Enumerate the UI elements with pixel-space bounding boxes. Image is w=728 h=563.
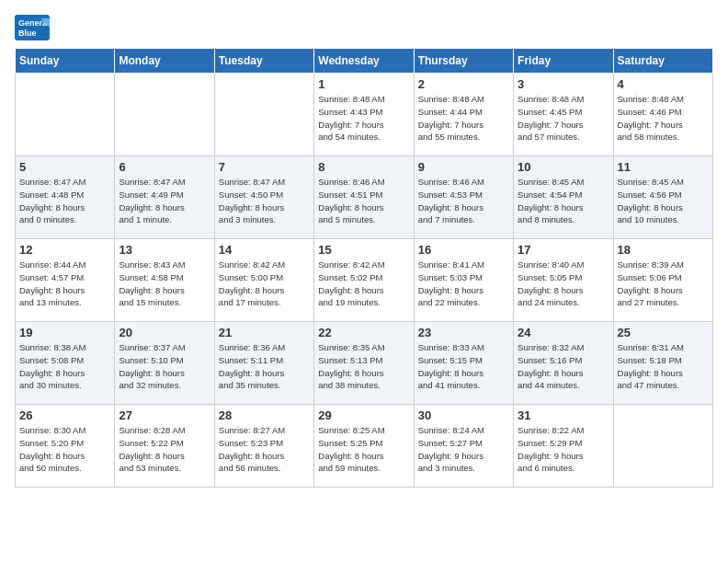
calendar-cell: 31Sunrise: 8:22 AM Sunset: 5:29 PM Dayli… (514, 405, 613, 488)
calendar-cell: 8Sunrise: 8:46 AM Sunset: 4:51 PM Daylig… (314, 156, 414, 239)
calendar-cell: 22Sunrise: 8:35 AM Sunset: 5:13 PM Dayli… (314, 322, 414, 405)
day-info: Sunrise: 8:47 AM Sunset: 4:48 PM Dayligh… (19, 176, 110, 226)
calendar-cell: 23Sunrise: 8:33 AM Sunset: 5:15 PM Dayli… (414, 322, 513, 405)
day-number: 12 (19, 243, 110, 257)
calendar-cell: 6Sunrise: 8:47 AM Sunset: 4:49 PM Daylig… (115, 156, 214, 239)
day-number: 15 (318, 243, 409, 257)
day-info: Sunrise: 8:40 AM Sunset: 5:05 PM Dayligh… (518, 259, 609, 309)
day-number: 1 (318, 77, 409, 91)
day-info: Sunrise: 8:42 AM Sunset: 5:00 PM Dayligh… (219, 259, 310, 309)
calendar-cell: 13Sunrise: 8:43 AM Sunset: 4:58 PM Dayli… (115, 239, 214, 322)
calendar-cell: 3Sunrise: 8:48 AM Sunset: 4:45 PM Daylig… (514, 74, 613, 156)
calendar-cell: 18Sunrise: 8:39 AM Sunset: 5:06 PM Dayli… (613, 239, 712, 322)
day-info: Sunrise: 8:22 AM Sunset: 5:29 PM Dayligh… (518, 424, 609, 475)
day-number: 6 (119, 160, 210, 174)
day-info: Sunrise: 8:46 AM Sunset: 4:51 PM Dayligh… (318, 176, 409, 226)
calendar-cell: 27Sunrise: 8:28 AM Sunset: 5:22 PM Dayli… (115, 405, 214, 488)
day-info: Sunrise: 8:48 AM Sunset: 4:46 PM Dayligh… (618, 93, 709, 144)
day-number: 7 (219, 160, 310, 174)
calendar-cell: 20Sunrise: 8:37 AM Sunset: 5:10 PM Dayli… (115, 322, 214, 405)
day-number: 29 (318, 408, 409, 422)
weekday-header-tuesday: Tuesday (214, 49, 313, 74)
day-number: 5 (19, 160, 110, 174)
day-info: Sunrise: 8:24 AM Sunset: 5:27 PM Dayligh… (418, 424, 509, 475)
calendar-week-row: 26Sunrise: 8:30 AM Sunset: 5:20 PM Dayli… (16, 405, 713, 488)
weekday-header-row: SundayMondayTuesdayWednesdayThursdayFrid… (16, 49, 713, 74)
day-info: Sunrise: 8:41 AM Sunset: 5:03 PM Dayligh… (418, 259, 509, 309)
day-number: 2 (418, 77, 509, 91)
calendar-cell: 14Sunrise: 8:42 AM Sunset: 5:00 PM Dayli… (214, 239, 313, 322)
calendar-week-row: 19Sunrise: 8:38 AM Sunset: 5:08 PM Dayli… (16, 322, 713, 405)
day-info: Sunrise: 8:45 AM Sunset: 4:56 PM Dayligh… (618, 176, 709, 226)
day-number: 23 (418, 326, 509, 339)
weekday-header-monday: Monday (115, 49, 214, 74)
calendar-cell: 9Sunrise: 8:46 AM Sunset: 4:53 PM Daylig… (414, 156, 513, 239)
calendar-cell: 1Sunrise: 8:48 AM Sunset: 4:43 PM Daylig… (314, 74, 414, 156)
calendar-cell: 4Sunrise: 8:48 AM Sunset: 4:46 PM Daylig… (613, 74, 712, 156)
calendar-cell: 29Sunrise: 8:25 AM Sunset: 5:25 PM Dayli… (314, 405, 414, 488)
calendar-cell: 24Sunrise: 8:32 AM Sunset: 5:16 PM Dayli… (514, 322, 613, 405)
day-number: 21 (219, 326, 310, 339)
weekday-header-thursday: Thursday (414, 49, 513, 74)
logo: General Blue (15, 15, 50, 40)
weekday-header-wednesday: Wednesday (314, 49, 414, 74)
day-info: Sunrise: 8:31 AM Sunset: 5:18 PM Dayligh… (618, 341, 709, 392)
day-number: 27 (119, 408, 210, 422)
weekday-header-saturday: Saturday (613, 49, 712, 74)
calendar-cell (214, 74, 313, 156)
day-number: 17 (518, 243, 609, 257)
calendar-cell: 26Sunrise: 8:30 AM Sunset: 5:20 PM Dayli… (16, 405, 115, 488)
calendar-cell: 16Sunrise: 8:41 AM Sunset: 5:03 PM Dayli… (414, 239, 513, 322)
calendar-cell: 2Sunrise: 8:48 AM Sunset: 4:44 PM Daylig… (414, 74, 513, 156)
calendar-cell: 30Sunrise: 8:24 AM Sunset: 5:27 PM Dayli… (414, 405, 513, 488)
day-info: Sunrise: 8:35 AM Sunset: 5:13 PM Dayligh… (318, 341, 409, 392)
calendar-week-row: 5Sunrise: 8:47 AM Sunset: 4:48 PM Daylig… (16, 156, 713, 239)
logo-icon: General Blue (15, 15, 50, 40)
calendar-cell: 21Sunrise: 8:36 AM Sunset: 5:11 PM Dayli… (214, 322, 313, 405)
day-info: Sunrise: 8:30 AM Sunset: 5:20 PM Dayligh… (19, 424, 110, 475)
day-number: 14 (219, 243, 310, 257)
day-number: 19 (19, 326, 110, 339)
day-number: 18 (618, 243, 709, 257)
day-number: 30 (418, 408, 509, 422)
calendar-week-row: 12Sunrise: 8:44 AM Sunset: 4:57 PM Dayli… (16, 239, 713, 322)
day-info: Sunrise: 8:44 AM Sunset: 4:57 PM Dayligh… (19, 259, 110, 309)
calendar-cell: 25Sunrise: 8:31 AM Sunset: 5:18 PM Dayli… (613, 322, 712, 405)
day-info: Sunrise: 8:39 AM Sunset: 5:06 PM Dayligh… (618, 259, 709, 309)
day-number: 4 (618, 77, 709, 91)
calendar-cell: 15Sunrise: 8:42 AM Sunset: 5:02 PM Dayli… (314, 239, 414, 322)
day-info: Sunrise: 8:48 AM Sunset: 4:44 PM Dayligh… (418, 93, 509, 144)
calendar-cell: 28Sunrise: 8:27 AM Sunset: 5:23 PM Dayli… (214, 405, 313, 488)
day-number: 9 (418, 160, 509, 174)
calendar-cell: 7Sunrise: 8:47 AM Sunset: 4:50 PM Daylig… (214, 156, 313, 239)
calendar-cell: 10Sunrise: 8:45 AM Sunset: 4:54 PM Dayli… (514, 156, 613, 239)
header: General Blue (15, 15, 713, 40)
day-number: 16 (418, 243, 509, 257)
day-info: Sunrise: 8:33 AM Sunset: 5:15 PM Dayligh… (418, 341, 509, 392)
day-info: Sunrise: 8:37 AM Sunset: 5:10 PM Dayligh… (119, 341, 210, 392)
day-number: 24 (518, 326, 609, 339)
day-number: 8 (318, 160, 409, 174)
day-info: Sunrise: 8:32 AM Sunset: 5:16 PM Dayligh… (518, 341, 609, 392)
day-info: Sunrise: 8:43 AM Sunset: 4:58 PM Dayligh… (119, 259, 210, 309)
day-info: Sunrise: 8:47 AM Sunset: 4:50 PM Dayligh… (219, 176, 310, 226)
calendar-cell (115, 74, 214, 156)
day-number: 3 (518, 77, 609, 91)
day-number: 20 (119, 326, 210, 339)
day-number: 13 (119, 243, 210, 257)
calendar-cell: 19Sunrise: 8:38 AM Sunset: 5:08 PM Dayli… (16, 322, 115, 405)
calendar-cell: 11Sunrise: 8:45 AM Sunset: 4:56 PM Dayli… (613, 156, 712, 239)
day-info: Sunrise: 8:36 AM Sunset: 5:11 PM Dayligh… (219, 341, 310, 392)
day-info: Sunrise: 8:48 AM Sunset: 4:45 PM Dayligh… (518, 93, 609, 144)
day-info: Sunrise: 8:45 AM Sunset: 4:54 PM Dayligh… (518, 176, 609, 226)
day-info: Sunrise: 8:48 AM Sunset: 4:43 PM Dayligh… (318, 93, 409, 144)
day-number: 22 (318, 326, 409, 339)
day-info: Sunrise: 8:27 AM Sunset: 5:23 PM Dayligh… (219, 424, 310, 475)
calendar-cell: 5Sunrise: 8:47 AM Sunset: 4:48 PM Daylig… (16, 156, 115, 239)
day-number: 25 (618, 326, 709, 339)
day-info: Sunrise: 8:46 AM Sunset: 4:53 PM Dayligh… (418, 176, 509, 226)
calendar-week-row: 1Sunrise: 8:48 AM Sunset: 4:43 PM Daylig… (16, 74, 713, 156)
calendar-cell: 12Sunrise: 8:44 AM Sunset: 4:57 PM Dayli… (16, 239, 115, 322)
calendar-cell (613, 405, 712, 488)
calendar-cell: 17Sunrise: 8:40 AM Sunset: 5:05 PM Dayli… (514, 239, 613, 322)
